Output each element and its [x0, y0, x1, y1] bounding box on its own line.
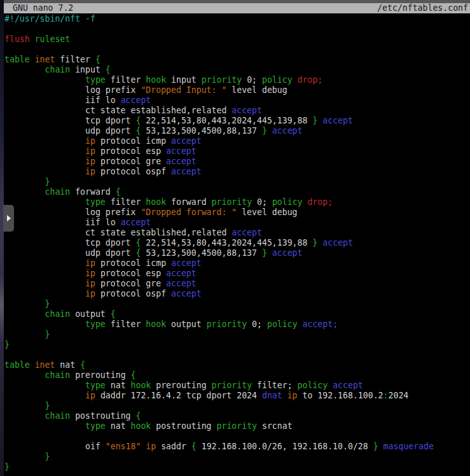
- code-segment: }: [262, 248, 267, 258]
- code-line: ip protocol gre accept: [4, 157, 470, 167]
- code-segment: protocol ospf: [95, 289, 171, 298]
- code-segment: [267, 248, 272, 258]
- code-segment: 192.168.100.0/26, 192.168.10.0/28: [197, 442, 373, 451]
- code-line: type nat hook postrouting priority srcna…: [4, 421, 470, 431]
- code-segment: ip: [85, 167, 95, 176]
- code-segment: chain: [45, 65, 71, 74]
- code-line: type filter hook input priority 0; polic…: [4, 75, 470, 85]
- code-line: ip protocol esp accept: [4, 269, 470, 279]
- code-segment: prerouting: [151, 381, 211, 390]
- code-segment: accept: [322, 238, 353, 248]
- code-segment: priority: [212, 381, 252, 390]
- code-segment: {: [191, 442, 197, 451]
- code-segment: nat: [106, 421, 131, 431]
- code-segment: nat: [106, 381, 131, 390]
- code-segment: [378, 442, 384, 451]
- code-line: [4, 350, 470, 360]
- editor-area[interactable]: #!/usr/sbin/nft -fflush rulesettable ine…: [4, 13, 470, 476]
- code-line: iif lo accept: [4, 95, 470, 106]
- code-line: ip protocol icmp accept: [4, 258, 470, 269]
- code-segment: iif lo: [4, 218, 121, 227]
- code-segment: table: [4, 360, 30, 370]
- code-line: [4, 45, 470, 55]
- code-segment: [4, 136, 85, 146]
- code-segment: [4, 299, 45, 309]
- code-segment: }: [373, 442, 378, 451]
- code-segment: filter: [106, 75, 146, 85]
- code-segment: accept: [322, 116, 353, 125]
- code-segment: accept: [166, 279, 197, 288]
- code-segment: [4, 65, 45, 74]
- code-line: tcp dport { 22,514,53,80,443,2024,445,13…: [4, 238, 470, 248]
- code-segment: 53,123,500,4500,88,137: [141, 248, 262, 258]
- code-segment: ip: [85, 146, 95, 156]
- code-segment: tcp dport: [4, 116, 135, 125]
- code-segment: chain: [45, 187, 71, 197]
- code-line: #!/usr/sbin/nft -f: [4, 14, 470, 24]
- code-segment: accept: [232, 106, 262, 115]
- code-segment: #!/usr/sbin/nft -f: [4, 14, 95, 24]
- code-segment: "Dropped Input: ": [141, 85, 226, 95]
- code-segment: input: [166, 75, 202, 85]
- code-segment: 22,514,53,80,443,2024,445,139,88: [141, 238, 312, 248]
- code-line: log prefix "Dropped forward: " level deb…: [4, 207, 470, 218]
- code-segment: ruleset: [35, 34, 71, 44]
- code-line: oif "ens18" ip saddr { 192.168.100.0/26,…: [4, 442, 470, 452]
- code-segment: protocol esp: [95, 269, 166, 278]
- code-segment: [4, 177, 45, 186]
- code-segment: tcp dport: [4, 238, 135, 248]
- code-segment: {: [106, 65, 111, 74]
- code-segment: [4, 258, 85, 268]
- code-segment: filter: [106, 197, 146, 207]
- code-segment: }: [45, 299, 50, 309]
- code-segment: ct state established,related: [4, 228, 232, 237]
- code-segment: [4, 146, 85, 156]
- code-segment: hook: [131, 381, 151, 390]
- code-segment: type: [85, 197, 106, 207]
- code-segment: oif: [4, 442, 106, 451]
- code-segment: drop;: [307, 197, 333, 207]
- code-segment: hook: [146, 197, 166, 207]
- code-segment: accept: [232, 228, 262, 237]
- code-segment: [4, 370, 45, 380]
- code-segment: postrouting: [151, 421, 216, 431]
- code-line: [4, 24, 470, 34]
- code-segment: [4, 309, 45, 319]
- code-segment: [4, 157, 85, 166]
- code-segment: table: [4, 55, 30, 64]
- code-segment: }: [45, 452, 50, 461]
- file-path: /etc/nftables.conf: [377, 3, 468, 13]
- code-segment: policy: [298, 381, 328, 390]
- code-segment: {: [80, 360, 85, 370]
- code-line: ct state established,related accept: [4, 228, 470, 238]
- code-line: }: [4, 299, 470, 309]
- code-segment: [4, 411, 45, 421]
- code-segment: ip: [85, 279, 95, 288]
- side-panel-toggle[interactable]: [3, 205, 14, 232]
- code-segment: type: [85, 75, 106, 85]
- code-segment: [4, 391, 85, 400]
- code-segment: [4, 279, 85, 288]
- code-segment: accept: [272, 248, 303, 258]
- terminal-screen: GNU nano 7.2 /etc/nftables.conf #!/usr/s…: [0, 0, 470, 476]
- code-line: ip protocol icmp accept: [4, 136, 470, 146]
- code-segment: [4, 269, 85, 278]
- code-segment: 0;: [247, 319, 267, 329]
- code-line: }: [4, 401, 470, 411]
- code-line: type filter hook forward priority 0; pol…: [4, 197, 470, 207]
- code-segment: [267, 126, 272, 136]
- code-segment: ip: [287, 391, 298, 400]
- code-segment: priority: [217, 421, 258, 431]
- code-segment: type: [85, 381, 106, 390]
- code-segment: :: [384, 391, 389, 400]
- code-segment: [4, 187, 45, 197]
- code-segment: [4, 167, 85, 176]
- code-line: chain output {: [4, 309, 470, 319]
- code-line: }: [4, 330, 470, 340]
- code-line: ip protocol gre accept: [4, 279, 470, 289]
- code-line: ip protocol ospf accept: [4, 167, 470, 177]
- code-segment: [4, 197, 85, 207]
- code-segment: "ens18": [106, 442, 141, 451]
- code-segment: drop;: [298, 75, 323, 85]
- code-segment: ip: [85, 136, 95, 146]
